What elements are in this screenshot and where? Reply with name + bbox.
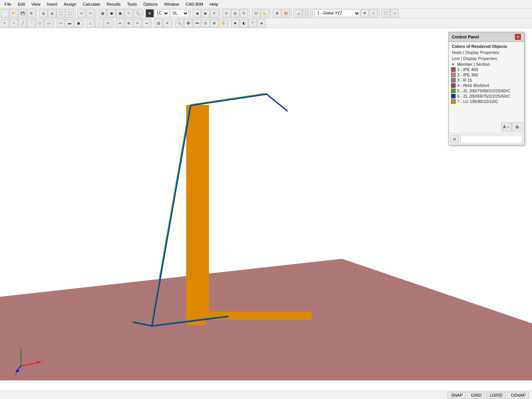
menu-window[interactable]: Window <box>161 1 182 7</box>
zoomall-btn[interactable]: ⊡ <box>201 19 210 27</box>
trim-btn[interactable]: ✂ <box>133 19 142 27</box>
prev-btn[interactable]: ◀ <box>193 9 201 17</box>
viewlist-btn[interactable]: ▼ <box>361 9 369 17</box>
arc-btn[interactable]: ⌒ <box>27 19 35 27</box>
snap-btn[interactable]: ⊡ <box>252 9 260 17</box>
menu-calculate[interactable]: Calculate <box>80 1 103 7</box>
render-btn[interactable]: ◼ <box>107 9 116 17</box>
cursor2-btn[interactable]: ↖ <box>1 19 9 27</box>
extend-btn[interactable]: ⇥ <box>142 19 150 27</box>
sideview-btn[interactable]: ◧ <box>240 19 248 27</box>
zoom-btn[interactable]: 🔍 <box>133 9 142 17</box>
support-btn[interactable]: ⊥ <box>86 19 95 27</box>
load-btn[interactable]: ↓ <box>95 19 103 27</box>
menu-file[interactable]: File <box>2 1 14 7</box>
tile-btn[interactable]: ▪ <box>390 9 399 17</box>
display-btn[interactable]: 🖥 <box>273 9 281 17</box>
grid-btn[interactable]: ▦ <box>98 9 107 17</box>
color-btn[interactable]: 🎨 <box>282 9 290 17</box>
print-btn[interactable]: 🖨 <box>39 9 48 17</box>
table-btn[interactable]: 📋 <box>302 9 311 17</box>
topview-btn[interactable]: ⊤ <box>249 19 257 27</box>
copy2-btn[interactable]: ⊞ <box>125 19 133 27</box>
new-btn[interactable]: 📄 <box>1 9 9 17</box>
loadcombo-select[interactable]: DL <box>170 10 189 17</box>
pan-btn[interactable]: ✋ <box>219 19 227 27</box>
stop-btn[interactable]: ✕ <box>210 9 218 17</box>
cp-search-input[interactable] <box>460 135 522 143</box>
undo-btn[interactable]: ↩ <box>78 9 86 17</box>
zoomwin-btn[interactable]: ⊞ <box>210 19 218 27</box>
mirror-btn[interactable]: ⇔ <box>116 19 124 27</box>
rect-btn[interactable]: ▭ <box>44 19 53 27</box>
plate-btn[interactable]: ▬ <box>65 19 74 27</box>
view3d-btn[interactable]: ▣ <box>116 9 124 17</box>
cp-action-buttons: A→ ⧉ <box>449 121 524 133</box>
isoview-btn[interactable]: ◈ <box>257 19 266 27</box>
menu-cadbim[interactable]: CAD-BIM <box>182 1 206 7</box>
result-btn[interactable]: 📊 <box>294 9 302 17</box>
zoomout-btn[interactable]: ➖ <box>193 19 201 27</box>
snap-btn-status[interactable]: SNAP <box>448 392 466 399</box>
open-btn[interactable]: 📂 <box>10 9 18 17</box>
menu-insert[interactable]: Insert <box>44 1 60 7</box>
lc-btn[interactable]: G <box>146 9 154 17</box>
zoom2-btn[interactable]: 🔍 <box>175 19 184 27</box>
measure-btn[interactable]: 📐 <box>261 9 269 17</box>
member-btn[interactable]: ═ <box>57 19 65 27</box>
save-btn[interactable]: 💾 <box>18 9 27 17</box>
grid-btn-status[interactable]: GRID <box>467 392 485 399</box>
move-btn[interactable]: ⊕ <box>231 9 239 17</box>
member-item-2[interactable]: 2 - IPE 360 <box>449 72 524 78</box>
member-item-7[interactable]: 7 - LU 195/80/10/10/C <box>449 99 524 104</box>
menu-view[interactable]: View <box>28 1 44 7</box>
paste-btn[interactable]: 📋 <box>65 9 74 17</box>
sep2 <box>75 10 76 17</box>
apply-btn[interactable]: A→ <box>501 122 512 131</box>
select-btn[interactable]: ↖ <box>125 9 133 17</box>
print2-btn[interactable]: 🖨 <box>48 9 56 17</box>
control-panel-close-btn[interactable]: × <box>515 34 521 40</box>
menu-assign[interactable]: Assign <box>61 1 79 7</box>
addview-btn[interactable]: + <box>369 9 378 17</box>
rotate-btn[interactable]: ↻ <box>240 9 248 17</box>
menu-tools[interactable]: Tools <box>124 1 140 7</box>
copy-btn[interactable]: 📋 <box>57 9 65 17</box>
menu-help[interactable]: Help <box>207 1 222 7</box>
loadcase-select[interactable]: LC1 <box>154 10 169 17</box>
line-display-item[interactable]: Line | Display Properties <box>449 55 524 62</box>
point-btn[interactable]: • <box>10 19 18 27</box>
member-item-4[interactable]: 4 - RHS 90x50x4 <box>449 83 524 88</box>
member-item-1[interactable]: 1 - IPE 400 <box>449 67 524 72</box>
copy-settings-btn[interactable]: ⧉ <box>512 122 522 131</box>
osnap-btn-status[interactable]: OSNAP <box>507 392 529 399</box>
node-display-item[interactable]: Node | Display Properties <box>449 49 524 55</box>
frontview-btn[interactable]: ■ <box>231 19 239 27</box>
settings-btn[interactable]: ⚙ <box>27 9 35 17</box>
view-select[interactable]: 1 - Global XYZ <box>315 10 360 17</box>
line2-btn[interactable]: ╱ <box>18 19 27 27</box>
next-btn[interactable]: ▶ <box>201 9 210 17</box>
list-icon[interactable]: ≡ <box>450 135 459 143</box>
color-box-5 <box>451 89 456 93</box>
member-item-3[interactable]: 3 - R 15 <box>449 78 524 83</box>
member-item-5[interactable]: 5 - ZL 200/75/69/2/2/25/60/C <box>449 88 524 93</box>
menu-options[interactable]: Options <box>140 1 161 7</box>
cursor-btn[interactable]: ✛ <box>222 9 231 17</box>
viewport[interactable]: x z Control Panel × Colors of Rendered O… <box>0 28 532 391</box>
solid-btn[interactable]: ◼ <box>74 19 82 27</box>
member-item-6[interactable]: 6 - ZL 200/69/75/2/2/25/60/C <box>449 93 524 99</box>
menu-edit[interactable]: Edit <box>15 1 28 7</box>
zoomin-btn[interactable]: ➕ <box>184 19 192 27</box>
poly-btn[interactable]: ⬡ <box>36 19 44 27</box>
toolbar-row-1: 📄 📂 💾 ⚙ 🖨 🖨 📋 📋 ↩ ↪ ▦ ◼ ▣ ↖ 🔍 G LC1 DL ◀… <box>0 8 532 18</box>
moment-btn[interactable]: ↺ <box>104 19 112 27</box>
lgrid-btn-status[interactable]: LGRID <box>486 392 506 399</box>
group-btn[interactable]: ▤ <box>154 19 163 27</box>
intersect-btn[interactable]: ✕ <box>163 19 171 27</box>
sep9 <box>291 10 293 17</box>
fullscreen-btn[interactable]: ⛶ <box>382 9 390 17</box>
redo-btn[interactable]: ↪ <box>86 9 95 17</box>
menu-results[interactable]: Results <box>104 1 124 7</box>
member-section-item[interactable]: ▼ Member | Section <box>449 62 524 67</box>
